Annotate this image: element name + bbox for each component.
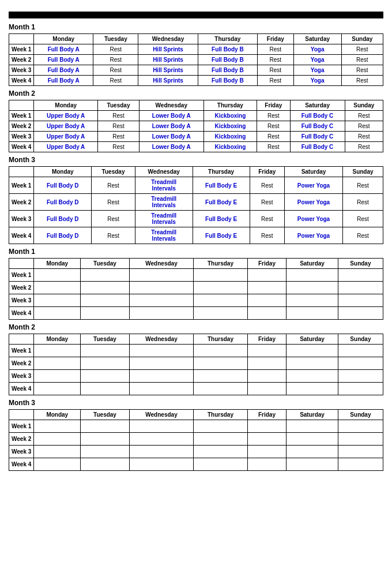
week-label: Week 2	[9, 121, 34, 132]
empty-cell	[129, 433, 193, 446]
schedule-cell: Power Yoga	[284, 211, 342, 227]
schedule-cell: TreadmillIntervals	[135, 177, 193, 194]
schedule-cell: Full Body A	[34, 44, 93, 55]
empty-cell	[81, 383, 130, 395]
week-label: Week 3	[9, 294, 34, 307]
th-day: Wednesday	[139, 100, 203, 111]
empty-cell	[34, 433, 81, 446]
week-label: Week 2	[9, 357, 34, 370]
header-bar	[9, 12, 383, 18]
empty-cell	[34, 420, 81, 433]
schedule-cell: Rest	[92, 211, 135, 227]
schedule-table: MondayTuesdayWednesdayThursdayFridaySatu…	[9, 33, 383, 86]
schedule-cell: Upper Body A	[34, 121, 98, 132]
th-blank	[9, 100, 34, 111]
th-day: Monday	[34, 167, 92, 177]
week-label: Week 1	[9, 177, 34, 194]
empty-cell	[247, 433, 287, 446]
schedule-cell: Rest	[98, 111, 140, 121]
week-label: Week 2	[9, 282, 34, 294]
th-day: Sunday	[338, 334, 383, 345]
week-label: Week 4	[9, 383, 34, 395]
empty-cell	[81, 307, 130, 320]
th-day: Thursday	[194, 334, 247, 345]
empty-cell	[338, 420, 383, 433]
empty-cell	[338, 370, 383, 383]
empty-cell	[287, 357, 338, 370]
empty-cell	[194, 433, 247, 446]
schedule-cell: TreadmillIntervals	[135, 227, 193, 244]
th-day: Saturday	[293, 34, 341, 44]
week-label: Week 1	[9, 111, 34, 121]
th-day: Friday	[247, 334, 287, 345]
schedule-cell: Rest	[92, 177, 135, 194]
empty-cell	[129, 446, 193, 458]
th-day: Monday	[34, 34, 93, 44]
schedule-cell: Lower Body A	[139, 142, 203, 152]
th-blank	[9, 34, 34, 44]
schedule-cell: Kickboxing	[203, 132, 257, 142]
schedule-cell: Rest	[93, 76, 138, 86]
schedule-cell: Rest	[257, 121, 290, 132]
empty-cell	[247, 282, 287, 294]
schedule-cell: Rest	[250, 177, 284, 194]
empty-cell	[287, 307, 338, 320]
th-day: Wednesday	[129, 259, 193, 269]
empty-cell	[34, 370, 81, 383]
empty-cell	[287, 458, 338, 471]
empty-cell	[81, 294, 130, 307]
schedule-cell: Rest	[92, 227, 135, 244]
th-day: Wednesday	[138, 34, 198, 44]
empty-cell	[338, 282, 383, 294]
th-day: Wednesday	[135, 167, 193, 177]
schedule-cell: Full Body C	[290, 121, 345, 132]
schedule-table: MondayTuesdayWednesdayThursdayFridaySatu…	[9, 166, 383, 244]
empty-cell	[129, 345, 193, 357]
schedule-cell: Rest	[345, 132, 383, 142]
empty-cell	[338, 269, 383, 282]
empty-cell	[287, 433, 338, 446]
schedule-cell: Lower Body A	[139, 111, 203, 121]
section-label: Month 1	[9, 248, 383, 256]
schedule-cell: Full Body B	[198, 76, 257, 86]
schedule-cell: Rest	[343, 211, 383, 227]
schedule-cell: Power Yoga	[284, 227, 342, 244]
empty-cell	[287, 345, 338, 357]
schedule-cell: Rest	[250, 194, 284, 211]
empty-cell	[81, 269, 130, 282]
empty-cell	[338, 345, 383, 357]
th-blank	[9, 259, 34, 269]
empty-cell	[247, 458, 287, 471]
schedule-cell: TreadmillIntervals	[135, 194, 193, 211]
schedule-cell: Kickboxing	[203, 111, 257, 121]
schedule-cell: Full Body E	[193, 194, 250, 211]
schedule-cell: Rest	[98, 132, 140, 142]
empty-cell	[247, 383, 287, 395]
th-day: Thursday	[194, 259, 247, 269]
schedule-cell: Lower Body A	[139, 132, 203, 142]
empty-cell	[338, 357, 383, 370]
empty-cell	[81, 282, 130, 294]
th-day: Sunday	[343, 167, 383, 177]
week-label: Week 4	[9, 458, 34, 471]
week-label: Week 4	[9, 142, 34, 152]
th-day: Thursday	[194, 410, 247, 420]
schedule-cell: Hill Sprints	[138, 65, 198, 76]
empty-cell	[194, 458, 247, 471]
th-day: Saturday	[284, 167, 342, 177]
schedule-cell: Lower Body A	[139, 121, 203, 132]
schedule-cell: Upper Body A	[34, 111, 98, 121]
th-day: Sunday	[345, 100, 383, 111]
schedule-cell: Full Body E	[193, 177, 250, 194]
schedule-cell: Rest	[98, 121, 140, 132]
empty-cell	[34, 357, 81, 370]
th-day: Monday	[34, 334, 81, 345]
th-day: Thursday	[203, 100, 257, 111]
schedule-cell: Yoga	[293, 44, 341, 55]
schedule-cell: Rest	[341, 76, 383, 86]
schedule-cell: Rest	[93, 55, 138, 65]
schedule-cell: Full Body C	[290, 142, 345, 152]
week-label: Week 3	[9, 132, 34, 142]
schedule-cell: Rest	[345, 142, 383, 152]
th-day: Friday	[247, 259, 287, 269]
